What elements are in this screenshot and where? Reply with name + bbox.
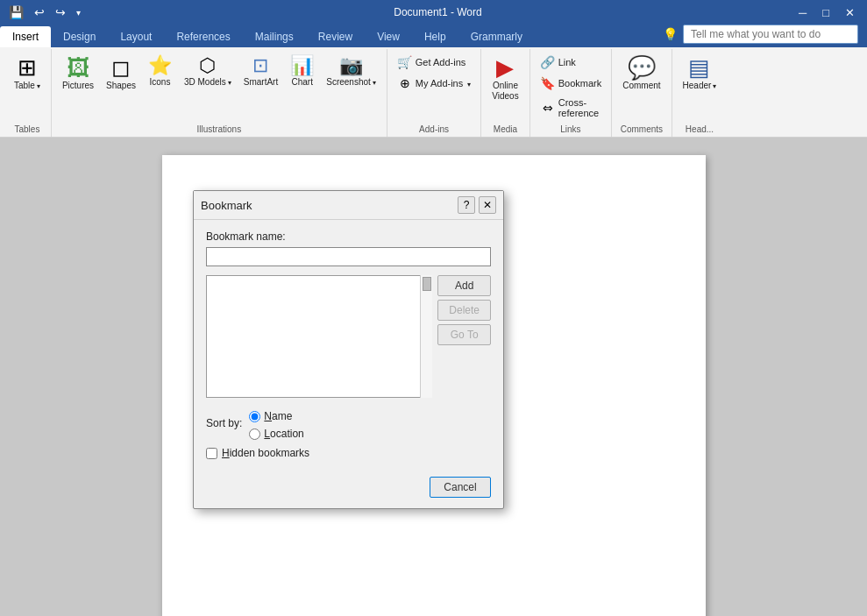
header-label: Header▾ <box>683 81 717 91</box>
tab-layout[interactable]: Layout <box>108 26 164 47</box>
header-items: ▤ Header▾ <box>678 53 722 121</box>
goto-btn[interactable]: Go To <box>437 324 491 345</box>
dialog-titlebar: Bookmark ? ✕ <box>194 191 503 220</box>
pictures-btn[interactable]: 🖼 Pictures <box>57 53 99 105</box>
sort-location-radio[interactable] <box>249 428 260 440</box>
bookmark-name-input[interactable] <box>206 247 491 266</box>
hidden-bookmarks-row[interactable]: Hidden bookmarks <box>206 447 491 459</box>
comment-icon: 💬 <box>628 56 656 79</box>
illustrations-items: 🖼 Pictures ◻ Shapes ⭐ Icons ⬡ 3D Models▾… <box>57 53 381 121</box>
header-group-label: Head... <box>686 124 714 137</box>
link-icon: 🔗 <box>540 55 556 69</box>
sort-location-label: Location <box>264 428 303 440</box>
sort-name-label: Name <box>264 410 292 422</box>
ribbon-group-illustrations: 🖼 Pictures ◻ Shapes ⭐ Icons ⬡ 3D Models▾… <box>52 49 387 137</box>
shapes-icon: ◻ <box>111 56 131 79</box>
media-items: ▶ OnlineVideos <box>487 53 523 121</box>
hidden-bookmarks-label: Hidden bookmarks <box>222 447 309 459</box>
dialog-body: Bookmark name: Add Delete Go To <box>194 220 503 470</box>
ribbon-group-addins: 🛒 Get Add-ins ⊕ My Add-ins ▾ Add-ins <box>387 49 481 137</box>
tables-items: ⊞ Table▾ <box>9 53 46 121</box>
scrollbar-thumb <box>423 277 431 291</box>
hidden-bookmarks-checkbox[interactable] <box>206 448 217 459</box>
cross-reference-btn[interactable]: ⇔ Cross-reference <box>536 95 603 121</box>
bookmark-list[interactable] <box>206 275 432 398</box>
online-videos-btn[interactable]: ▶ OnlineVideos <box>487 53 523 105</box>
tell-me-input[interactable] <box>683 25 858 44</box>
undo-quick-btn[interactable]: ↩ <box>31 4 48 21</box>
sort-name-row[interactable]: Name <box>249 410 303 422</box>
sort-name-radio[interactable] <box>249 411 260 422</box>
pictures-icon: 🖼 <box>67 56 89 79</box>
title-bar: 💾 ↩ ↪ ▾ Document1 - Word ─ □ ✕ <box>0 0 867 25</box>
shapes-btn[interactable]: ◻ Shapes <box>101 53 141 105</box>
3dmodels-btn[interactable]: ⬡ 3D Models▾ <box>179 53 237 105</box>
dialog-list-area: Add Delete Go To <box>206 275 491 398</box>
smartart-label: SmartArt <box>244 77 278 88</box>
smartart-icon: ⊡ <box>252 56 268 75</box>
screenshot-btn[interactable]: 📷 Screenshot▾ <box>321 53 381 105</box>
tab-design[interactable]: Design <box>51 26 108 47</box>
tab-view[interactable]: View <box>365 26 412 47</box>
table-icon: ⊞ <box>18 56 37 79</box>
window-controls: ─ □ ✕ <box>792 4 862 21</box>
bookmark-icon: 🔖 <box>540 76 556 90</box>
icons-icon: ⭐ <box>148 56 172 75</box>
list-scrollbar[interactable] <box>420 275 432 398</box>
quick-access-dropdown[interactable]: ▾ <box>73 6 84 19</box>
illustrations-group-label: Illustrations <box>197 124 242 137</box>
add-btn[interactable]: Add <box>437 275 491 296</box>
minimize-btn[interactable]: ─ <box>792 4 814 21</box>
sort-location-row[interactable]: Location <box>249 428 303 440</box>
comment-btn[interactable]: 💬 Comment <box>617 53 665 105</box>
ribbon: ⊞ Table▾ Tables 🖼 Pictures ◻ Shapes ⭐ Ic… <box>0 47 867 138</box>
ribbon-group-links: 🔗 Link 🔖 Bookmark ⇔ Cross-reference Link… <box>530 49 613 137</box>
my-addins-btn[interactable]: ⊕ My Add-ins ▾ <box>393 74 475 93</box>
ribbon-group-tables: ⊞ Table▾ Tables <box>4 49 52 137</box>
link-btn[interactable]: 🔗 Link <box>536 53 580 72</box>
screenshot-label: Screenshot▾ <box>326 77 376 88</box>
links-group-label: Links <box>560 124 580 137</box>
delete-btn[interactable]: Delete <box>437 300 491 321</box>
get-addins-btn[interactable]: 🛒 Get Add-ins <box>393 53 470 72</box>
cross-reference-icon: ⇔ <box>540 101 556 115</box>
table-btn[interactable]: ⊞ Table▾ <box>9 53 46 105</box>
tab-grammarly[interactable]: Grammarly <box>458 26 535 47</box>
save-quick-btn[interactable]: 💾 <box>5 4 27 21</box>
dialog-title: Bookmark <box>201 199 458 212</box>
tab-mailings[interactable]: Mailings <box>243 26 306 47</box>
tab-insert[interactable]: Insert <box>0 26 51 47</box>
dialog-overlay: Bookmark ? ✕ Bookmark name: Add D <box>0 138 867 616</box>
tab-references[interactable]: References <box>164 26 242 47</box>
close-btn[interactable]: ✕ <box>838 4 862 21</box>
addins-group-label: Add-ins <box>419 124 449 137</box>
screenshot-icon: 📷 <box>339 56 363 75</box>
sort-by-row: Sort by: Name Location <box>206 407 491 440</box>
chart-label: Chart <box>291 77 312 88</box>
ribbon-tabs: Insert Design Layout References Mailings… <box>0 26 535 47</box>
dialog-close-btn[interactable]: ✕ <box>479 196 496 214</box>
bookmark-label: Bookmark <box>558 78 602 89</box>
bookmark-dialog: Bookmark ? ✕ Bookmark name: Add D <box>193 190 504 509</box>
tab-help[interactable]: Help <box>412 26 458 47</box>
ribbon-group-header: ▤ Header▾ Head... <box>672 49 728 137</box>
icons-label: Icons <box>150 77 171 88</box>
addins-items: 🛒 Get Add-ins ⊕ My Add-ins ▾ <box>393 53 475 121</box>
chart-btn[interactable]: 📊 Chart <box>285 53 319 105</box>
maximize-btn[interactable]: □ <box>815 4 836 21</box>
tab-review[interactable]: Review <box>306 26 365 47</box>
get-addins-label: Get Add-ins <box>416 57 465 67</box>
sort-by-label: Sort by: <box>206 417 242 429</box>
header-btn[interactable]: ▤ Header▾ <box>678 53 722 105</box>
cancel-btn[interactable]: Cancel <box>430 477 491 498</box>
redo-quick-btn[interactable]: ↪ <box>52 4 69 21</box>
3dmodels-icon: ⬡ <box>199 56 216 75</box>
smartart-btn[interactable]: ⊡ SmartArt <box>238 53 283 105</box>
icons-btn[interactable]: ⭐ Icons <box>143 53 177 105</box>
list-with-scroll <box>206 275 432 398</box>
pictures-label: Pictures <box>62 81 94 91</box>
tables-group-label: Tables <box>15 124 40 137</box>
bookmark-btn[interactable]: 🔖 Bookmark <box>536 74 607 93</box>
bookmark-name-label: Bookmark name: <box>206 230 491 243</box>
dialog-help-btn[interactable]: ? <box>458 196 475 214</box>
